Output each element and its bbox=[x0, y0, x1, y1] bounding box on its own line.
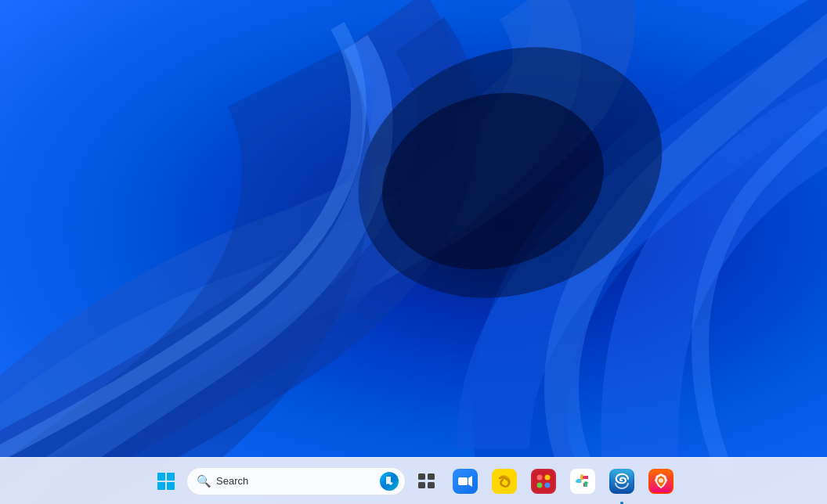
slack-button[interactable] bbox=[564, 463, 601, 500]
tv-sq1 bbox=[418, 473, 425, 480]
tv-sq4 bbox=[428, 482, 435, 488]
zoom-button[interactable] bbox=[446, 463, 484, 500]
dots-icon bbox=[531, 469, 556, 494]
task-view-icon bbox=[417, 473, 435, 490]
start-button[interactable] bbox=[147, 463, 185, 500]
svg-marker-4 bbox=[468, 476, 472, 487]
pasta-app-button[interactable] bbox=[486, 463, 523, 500]
taskbar: 🔍 Search bbox=[0, 457, 827, 504]
svg-point-10 bbox=[545, 482, 551, 488]
task-view-top-row bbox=[418, 473, 435, 480]
edge-button[interactable] bbox=[603, 463, 641, 500]
tv-sq3 bbox=[418, 482, 425, 488]
wallpaper bbox=[0, 0, 827, 504]
svg-rect-11 bbox=[572, 470, 594, 492]
svg-point-7 bbox=[537, 474, 543, 480]
brave-icon bbox=[648, 469, 674, 494]
taskbar-items: 🔍 Search bbox=[147, 463, 680, 500]
win-square-tl bbox=[157, 473, 165, 481]
tv-sq2 bbox=[428, 473, 435, 480]
bing-icon bbox=[380, 472, 399, 491]
task-view-bottom-row bbox=[418, 482, 435, 488]
edge-active-indicator bbox=[620, 502, 623, 505]
desktop: 🔍 Search bbox=[0, 0, 827, 504]
task-view-button[interactable] bbox=[407, 463, 445, 500]
pasta-icon bbox=[492, 469, 517, 494]
win-square-bl bbox=[157, 482, 165, 490]
search-bar[interactable]: 🔍 Search bbox=[186, 467, 406, 495]
dots-app-button[interactable] bbox=[525, 463, 562, 500]
svg-point-5 bbox=[494, 471, 515, 491]
edge-icon bbox=[609, 469, 634, 494]
svg-point-20 bbox=[659, 478, 663, 483]
win-square-br bbox=[167, 482, 175, 490]
slack-icon bbox=[570, 469, 595, 494]
svg-rect-6 bbox=[533, 470, 554, 492]
search-text: Search bbox=[216, 475, 375, 487]
svg-point-9 bbox=[537, 482, 543, 488]
svg-rect-3 bbox=[458, 477, 468, 485]
zoom-icon bbox=[453, 469, 478, 494]
search-icon: 🔍 bbox=[197, 474, 211, 488]
brave-button[interactable] bbox=[642, 463, 680, 500]
svg-point-8 bbox=[545, 474, 551, 480]
win-square-tr bbox=[167, 473, 175, 481]
windows-logo bbox=[157, 473, 175, 490]
